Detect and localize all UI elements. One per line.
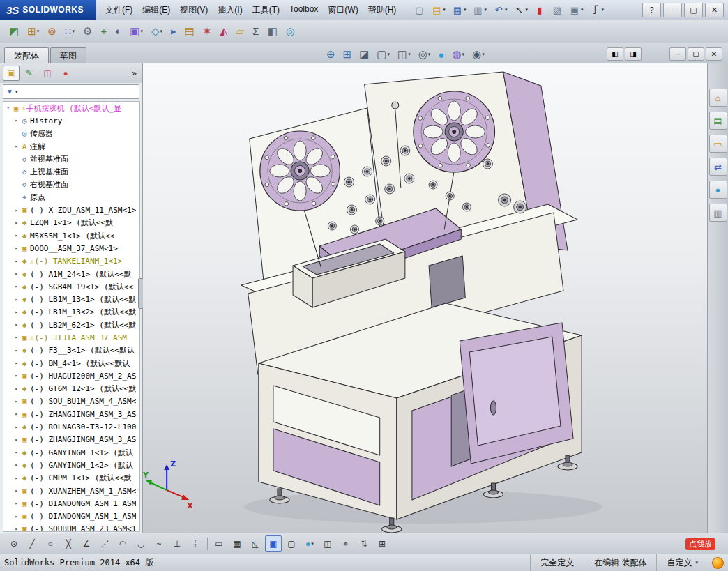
- tree-item[interactable]: ▸ ◆ (-) BM_4<1> (默认<<默认: [3, 357, 139, 370]
- tree-item[interactable]: ▸ ◆ (-) GANYINGM_1<1> (默认: [3, 446, 139, 459]
- menu-item[interactable]: 帮助(H): [363, 1, 402, 20]
- tree-item[interactable]: ⌖ 原点: [3, 191, 139, 204]
- maximize-button[interactable]: ▢: [684, 3, 703, 17]
- design-library-icon[interactable]: ▤: [709, 112, 727, 130]
- menu-item[interactable]: 插入(I): [213, 1, 247, 20]
- menu-item[interactable]: 视图(V): [175, 1, 213, 20]
- expand-arrow-icon[interactable]: ▸: [13, 462, 20, 468]
- assembly-features-icon[interactable]: ▣ ▾: [126, 22, 146, 41]
- promo-badge[interactable]: 点我放: [685, 538, 715, 550]
- expand-arrow-icon[interactable]: ▸: [13, 259, 20, 264]
- view-palette-icon[interactable]: ⇄: [709, 158, 727, 176]
- snap-midpoint-icon[interactable]: ⋰: [96, 535, 113, 552]
- snap-tangent-icon[interactable]: ◡: [132, 535, 149, 552]
- open-icon[interactable]: ▤ ▾: [428, 1, 448, 18]
- mate-icon[interactable]: ⊚: [44, 22, 60, 41]
- edit-component-icon[interactable]: ◩: [6, 22, 22, 41]
- graphics-viewport[interactable]: Z Y X: [143, 63, 707, 533]
- expand-arrow-icon[interactable]: ▸: [13, 475, 20, 481]
- apply-scene-icon[interactable]: ◍ ▾: [450, 47, 466, 61]
- featuremanager-pane-icon[interactable]: ◧: [607, 47, 623, 61]
- snap-line-icon[interactable]: ╱: [24, 535, 40, 552]
- tree-item[interactable]: ▸ ▣ ⚠ (-) JIJIA_ASM_37_ASM: [3, 331, 139, 344]
- grid-settings-icon[interactable]: ▦: [229, 535, 245, 552]
- doc-restore-button[interactable]: ▢: [688, 47, 704, 61]
- bill-of-materials-icon[interactable]: ▤: [181, 22, 198, 41]
- tree-item[interactable]: ▸ ▣ (-) X-ZOU_ASM_11_ASM<1>: [3, 204, 139, 216]
- expand-arrow-icon[interactable]: ▸: [13, 411, 20, 417]
- display-style-icon[interactable]: ◫ ▾: [396, 47, 412, 61]
- expand-arrow-icon[interactable]: ▸: [13, 208, 20, 213]
- snap-angle-icon[interactable]: ∠: [78, 535, 95, 552]
- measure-icon[interactable]: ▱: [233, 22, 248, 41]
- propertymanager-tab[interactable]: ✎: [21, 66, 38, 81]
- expand-arrow-icon[interactable]: ▸: [13, 348, 20, 353]
- tree-item[interactable]: ▸ ▣ (-) SOUBUM_ASM_23_ASM<1: [3, 523, 139, 532]
- tree-item[interactable]: ▸ ◆ (-) A1M_24<1> (默认<<默: [3, 268, 139, 280]
- tree-item[interactable]: ▸ ◆ (-) SGB4M_19<1> (默认<<: [3, 280, 139, 293]
- expand-arrow-icon[interactable]: ▸: [13, 488, 20, 494]
- expand-arrow-icon[interactable]: ▸: [13, 373, 20, 379]
- solidworks-resources-icon[interactable]: ⌂: [709, 89, 727, 107]
- commandmanager-tab[interactable]: 装配体: [4, 47, 49, 63]
- commandmanager-tab[interactable]: 草图: [50, 47, 86, 63]
- rapid-sketch-icon[interactable]: ▭: [211, 535, 227, 552]
- zoom-to-area-icon[interactable]: ⊞: [342, 47, 354, 61]
- menu-item[interactable]: 工具(T): [248, 1, 285, 20]
- tree-item[interactable]: ▸ ◆ (-) LB1M_13<2> (默认<<默: [3, 306, 139, 319]
- exploded-view-icon[interactable]: ✶: [199, 22, 215, 41]
- new-motion-study-icon[interactable]: ▸: [167, 22, 180, 41]
- view-sketch-icon[interactable]: ▣: [265, 535, 282, 552]
- linear-component-pattern-icon[interactable]: ∷ ▾: [61, 22, 78, 41]
- save-icon[interactable]: ▦ ▾: [449, 1, 469, 18]
- snap-intersection-icon[interactable]: ╳: [60, 535, 77, 552]
- file-properties-icon[interactable]: ▧: [549, 1, 566, 18]
- expand-arrow-icon[interactable]: ▸: [13, 450, 20, 455]
- tree-item[interactable]: ▸ ◆ (-) GT6M_12<1> (默认<<默: [3, 383, 139, 395]
- status-cell[interactable]: 完全定义: [530, 554, 584, 571]
- expand-arrow-icon[interactable]: ▸: [13, 297, 20, 303]
- insert-components-icon[interactable]: ⊞ ▾: [24, 22, 43, 41]
- status-cell[interactable]: 自定义 ▾: [656, 554, 708, 571]
- section-view-icon[interactable]: ◧: [264, 22, 281, 41]
- options-icon[interactable]: ▣ ▾: [566, 1, 586, 18]
- display-pane-icon[interactable]: ◨: [625, 47, 642, 61]
- expand-arrow-icon[interactable]: ▸: [13, 335, 20, 340]
- sketch-plane-icon[interactable]: ▢: [283, 535, 300, 552]
- tree-item[interactable]: ▸ ◆ (-) ROLNAG30-T3-12-L100: [3, 420, 139, 433]
- help-button[interactable]: ?: [642, 3, 661, 17]
- expand-arrow-icon[interactable]: ▸: [13, 514, 20, 519]
- snap-spline-icon[interactable]: ~: [151, 535, 167, 552]
- tree-item[interactable]: ▸ A 注解: [3, 140, 139, 153]
- notification-ball-icon[interactable]: [712, 557, 724, 569]
- expand-arrow-icon[interactable]: ▸: [13, 233, 20, 238]
- expand-arrow-icon[interactable]: ▸: [13, 271, 20, 277]
- panel-expand-chevron[interactable]: »: [129, 68, 139, 78]
- sketch-picture-icon[interactable]: ◫: [319, 535, 336, 552]
- expand-arrow-icon[interactable]: ▸: [13, 386, 20, 392]
- snap-grid-icon[interactable]: ⁞: [187, 535, 204, 552]
- featuremanager-tree-tab[interactable]: ▣: [3, 66, 20, 81]
- expand-arrow-icon[interactable]: ▸: [13, 118, 20, 123]
- expand-arrow-icon[interactable]: ▸: [13, 310, 20, 315]
- tree-item[interactable]: ▸ ▣ (-) ZHANGJINGM_ASM_3_AS: [3, 408, 139, 420]
- print-icon[interactable]: ▥ ▾: [469, 1, 490, 18]
- hand-tool-icon[interactable]: 手 ▾: [586, 1, 607, 18]
- status-cell[interactable]: 在编辑 装配体: [584, 554, 656, 571]
- expand-arrow-icon[interactable]: ▸: [13, 144, 20, 149]
- table-icon[interactable]: ⊞: [374, 535, 390, 552]
- configurationmanager-tab[interactable]: ◫: [39, 66, 56, 81]
- updown-icon[interactable]: ⇅: [356, 535, 372, 552]
- move-component-icon[interactable]: +: [97, 22, 110, 41]
- smart-fasteners-icon[interactable]: ⚙: [79, 22, 96, 41]
- view-settings-icon[interactable]: ◉ ▾: [471, 47, 486, 61]
- tree-item[interactable]: ▸ ◆ M5X55M_1<1> (默认<<: [3, 229, 139, 242]
- expand-arrow-icon[interactable]: ▸: [13, 245, 20, 251]
- model-3d-view[interactable]: Z Y X: [143, 63, 707, 533]
- reference-geometry-icon[interactable]: ◇ ▾: [148, 22, 166, 41]
- custom-properties-icon[interactable]: ▥: [709, 204, 727, 222]
- snap-perpendicular-icon[interactable]: ⊥: [169, 535, 185, 552]
- tree-item[interactable]: ▸ ▣ DOOO__ASM_37_ASM<1>: [3, 242, 139, 254]
- expand-arrow-icon[interactable]: ▸: [13, 360, 20, 366]
- doc-close-button[interactable]: ✕: [706, 47, 722, 61]
